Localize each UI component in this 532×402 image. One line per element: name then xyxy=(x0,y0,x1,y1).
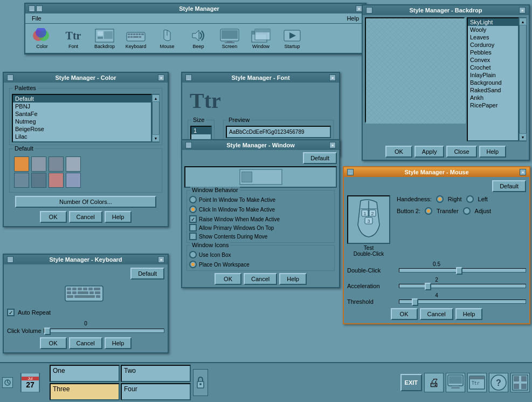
auto-repeat-check[interactable]: ✓ xyxy=(7,309,15,316)
monitor-icon[interactable] xyxy=(446,373,465,392)
win-min-btn[interactable]: _ xyxy=(185,142,192,148)
palette-default[interactable]: Default xyxy=(13,95,151,103)
mouse-test-area[interactable]: 1 2 3 xyxy=(347,195,390,244)
scroll-up[interactable]: ▲ xyxy=(152,94,160,102)
backdrop-inlayplain[interactable]: InlayPlain xyxy=(468,71,518,79)
beep-btn[interactable]: Beep xyxy=(184,26,213,51)
backdrop-ok-btn[interactable]: OK xyxy=(385,146,412,158)
clock-icon-btn[interactable]: Jul 27 xyxy=(17,366,43,399)
kbd-min-btn[interactable]: _ xyxy=(7,256,13,263)
adjust-radio[interactable] xyxy=(463,207,471,215)
lock-icon[interactable] xyxy=(193,369,208,396)
palettes-scrollbar[interactable]: ▲ ▼ xyxy=(152,94,160,142)
allow-checkbox[interactable] xyxy=(189,224,197,231)
mouse-cancel-btn[interactable]: Cancel xyxy=(420,308,453,320)
win-close-btn[interactable]: × xyxy=(329,142,336,148)
side-icon-1[interactable] xyxy=(2,377,13,388)
color-help-btn[interactable]: Help xyxy=(105,211,132,223)
help-menu[interactable]: Help xyxy=(342,15,363,22)
terminal-icon[interactable]: Ttr xyxy=(467,373,487,392)
mouse-close-btn[interactable]: × xyxy=(520,169,526,175)
backdrop-ankh[interactable]: Ankh xyxy=(468,94,518,101)
left-radio[interactable] xyxy=(466,195,474,203)
backdrop-apply-btn[interactable]: Apply xyxy=(414,146,445,158)
mouse-default-btn[interactable]: Default xyxy=(492,180,526,192)
palette-lilac[interactable]: Lilac xyxy=(13,133,151,140)
kbd-default-btn[interactable]: Default xyxy=(130,268,164,280)
swatch-5[interactable] xyxy=(14,173,29,188)
backdrop-wooly[interactable]: Wooly xyxy=(468,26,518,33)
exit-btn[interactable]: EXIT xyxy=(400,374,422,391)
backdrop-corduroy[interactable]: Corduroy xyxy=(468,41,518,49)
size-item[interactable]: 1 xyxy=(191,127,211,134)
click-radio[interactable] xyxy=(189,206,197,213)
maximize-btn[interactable]: □ xyxy=(36,5,43,12)
palette-pbnj[interactable]: PBNJ xyxy=(13,103,151,110)
palettes-listbox[interactable]: Default PBNJ SantaFe Nutmeg BeigeRose Li… xyxy=(12,94,152,142)
kbd-ok-btn[interactable]: OK xyxy=(40,337,67,349)
mouse-btn[interactable]: Mouse xyxy=(153,26,182,51)
font-min-btn[interactable]: _ xyxy=(185,74,192,81)
point-radio[interactable] xyxy=(189,196,197,203)
backdrop-help-btn[interactable]: Help xyxy=(479,146,507,158)
double-click-thumb[interactable] xyxy=(456,267,462,275)
backdrop-ricepaper[interactable]: RicePaper xyxy=(468,101,518,109)
apps-icon[interactable] xyxy=(510,373,530,392)
swatch-6[interactable] xyxy=(31,173,46,188)
backdrop-leaves[interactable]: Leaves xyxy=(468,33,518,41)
palette-beigerose[interactable]: BeigeRose xyxy=(13,125,151,133)
window-btn[interactable]: Window xyxy=(246,26,275,51)
win-cancel-btn[interactable]: Cancel xyxy=(244,273,277,285)
num-colors-btn[interactable]: Number Of Colors... xyxy=(15,196,157,208)
backdrop-close-btn-btn[interactable]: Close xyxy=(446,146,476,158)
swatch-2[interactable] xyxy=(31,156,46,172)
color-close-btn[interactable]: × xyxy=(158,74,164,81)
backdrop-crochet[interactable]: Crochet xyxy=(468,64,518,71)
backdrop-scroll-down[interactable]: ▼ xyxy=(519,133,527,141)
printer-icon[interactable]: 🖨 xyxy=(424,373,444,392)
swatch-4[interactable] xyxy=(66,156,81,172)
transfer-radio[interactable] xyxy=(425,207,432,215)
kbd-cancel-btn[interactable]: Cancel xyxy=(69,337,102,349)
font-btn[interactable]: Ttr Font xyxy=(59,26,88,51)
field-two[interactable]: Two xyxy=(121,365,191,382)
mouse-help-btn[interactable]: Help xyxy=(455,308,483,320)
field-four[interactable]: Four xyxy=(121,383,191,400)
icon-box-radio[interactable] xyxy=(189,251,197,258)
show-checkbox[interactable] xyxy=(189,233,197,240)
win-ok-btn[interactable]: OK xyxy=(215,273,241,285)
swatch-1[interactable] xyxy=(14,156,29,172)
color-btn[interactable]: Color xyxy=(27,26,57,51)
color-min-btn[interactable]: _ xyxy=(7,74,13,81)
backdrop-skylight[interactable]: SkyLight xyxy=(468,18,518,26)
backdrop-listbox[interactable]: SkyLight Wooly Leaves Corduroy Pebbles C… xyxy=(467,17,519,141)
acceleration-thumb[interactable] xyxy=(425,283,431,290)
backdrop-scroll-up[interactable]: ▲ xyxy=(519,18,527,25)
backdrop-background[interactable]: Background xyxy=(468,79,518,86)
keyboard-btn[interactable]: Keyboard xyxy=(121,26,150,51)
win-help-btn[interactable]: Help xyxy=(279,273,307,285)
screen-btn[interactable]: Screen xyxy=(215,26,244,51)
palette-santafe[interactable]: SantaFe xyxy=(13,110,151,118)
raise-checkbox[interactable]: ✓ xyxy=(189,215,197,223)
mouse-ok-btn[interactable]: OK xyxy=(391,308,418,320)
swatch-3[interactable] xyxy=(49,156,64,172)
mouse-min-btn[interactable]: _ xyxy=(347,169,354,175)
field-three[interactable]: Three xyxy=(50,383,120,400)
startup-btn[interactable]: Startup xyxy=(278,26,307,51)
backdrop-rakedsand[interactable]: RakedSand xyxy=(468,86,518,94)
threshold-thumb[interactable] xyxy=(412,298,418,306)
swatch-8[interactable] xyxy=(66,173,81,188)
file-menu[interactable]: File xyxy=(27,15,46,22)
help-icon[interactable]: ? xyxy=(489,373,508,392)
backdrop-scrollbar[interactable]: ▲ ▼ xyxy=(519,17,527,141)
swatch-7[interactable] xyxy=(49,173,64,188)
click-volume-thumb[interactable] xyxy=(44,328,51,335)
color-ok-btn[interactable]: OK xyxy=(40,211,67,223)
color-cancel-btn[interactable]: Cancel xyxy=(69,211,102,223)
palette-nutmeg[interactable]: Nutmeg xyxy=(13,118,151,125)
scroll-down[interactable]: ▼ xyxy=(152,134,160,142)
kbd-help-btn[interactable]: Help xyxy=(105,337,132,349)
minimize-btn[interactable]: _ xyxy=(29,5,35,12)
kbd-close-btn[interactable]: × xyxy=(158,256,164,263)
